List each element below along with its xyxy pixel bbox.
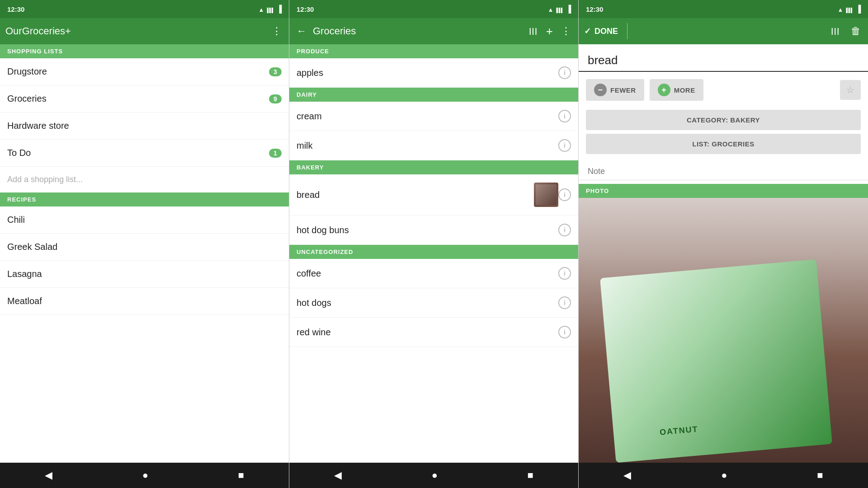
delete-icon[interactable]: 🗑 [849, 23, 863, 39]
time-1: 12:30 [7, 5, 24, 13]
minus-icon: − [594, 84, 607, 96]
grocery-item[interactable]: milk i [289, 131, 578, 160]
grocery-item-left: cream [297, 111, 558, 122]
recipe-item[interactable]: Chili [0, 206, 289, 234]
grocery-item[interactable]: red wine i [289, 318, 578, 347]
time-2: 12:30 [297, 5, 314, 13]
item-name-input[interactable] [579, 44, 868, 72]
grocery-item-name: coffee [297, 268, 321, 279]
grocery-item[interactable]: hot dog buns i [289, 216, 578, 245]
list-item-name: Hardware store [7, 121, 69, 131]
wifi-icon [259, 5, 264, 13]
grocery-item-left: milk [297, 141, 558, 151]
back-nav-icon-2[interactable]: ◀ [334, 469, 342, 481]
recipe-item[interactable]: Meatloaf [0, 288, 289, 315]
recent-nav-icon-2[interactable]: ■ [527, 469, 533, 481]
info-icon[interactable]: i [558, 326, 571, 338]
grocery-item[interactable]: bread i [289, 174, 578, 216]
grocery-item-name: bread [297, 190, 320, 200]
back-icon-2[interactable]: ← [295, 23, 308, 39]
grocery-section-header: DAIRY [289, 88, 578, 102]
groceries-title: Groceries [313, 25, 523, 37]
grocery-item[interactable]: apples i [289, 58, 578, 88]
panel-item-detail: 12:30 ✓ DONE ||| 🗑 − FEWER + MORE ☆ CATE… [579, 0, 868, 488]
grocery-item-left: bread [297, 190, 534, 200]
grocery-sections: PRODUCE apples i DAIRY cream i milk i BA… [289, 44, 578, 347]
recipe-item-name: Meatloaf [7, 296, 42, 306]
grocery-item-name: cream [297, 111, 322, 122]
menu-icon-1[interactable]: ⋮ [270, 23, 283, 39]
toolbar-2: ← Groceries ||| + ⋮ [289, 18, 578, 44]
info-icon[interactable]: i [558, 296, 571, 309]
photo-area [579, 198, 868, 463]
item-thumbnail [534, 183, 558, 207]
grocery-item-left: coffee [297, 268, 558, 279]
done-label: DONE [594, 27, 618, 36]
add-icon-2[interactable]: + [544, 23, 555, 40]
list-item[interactable]: Drugstore 3 [0, 58, 289, 85]
info-icon[interactable]: i [558, 224, 571, 236]
grocery-item-name: hot dogs [297, 298, 331, 308]
grocery-item-name: red wine [297, 327, 331, 338]
signal-icon-3 [846, 5, 853, 13]
battery-icon-2 [566, 5, 571, 13]
list-item-name: To Do [7, 148, 31, 158]
home-nav-icon-2[interactable]: ● [432, 469, 438, 481]
battery-icon [277, 5, 282, 13]
signal-icon [267, 5, 274, 13]
favorite-button[interactable]: ☆ [840, 80, 861, 100]
plus-icon: + [658, 84, 670, 96]
signal-icon-2 [556, 5, 563, 13]
list-item[interactable]: Groceries 9 [0, 85, 289, 113]
fewer-button[interactable]: − FEWER [586, 79, 644, 101]
info-icon[interactable]: i [558, 110, 571, 122]
add-list-placeholder[interactable]: Add a shopping list... [0, 167, 289, 192]
home-nav-icon-1[interactable]: ● [142, 469, 148, 481]
list-item[interactable]: To Do 1 [0, 140, 289, 167]
status-icons-2 [548, 5, 571, 13]
back-nav-icon-1[interactable]: ◀ [45, 469, 52, 481]
quantity-row: − FEWER + MORE ☆ [579, 72, 868, 108]
note-input[interactable] [579, 160, 868, 180]
recipe-item-name: Lasagna [7, 269, 42, 279]
menu-icon-2[interactable]: ⋮ [559, 23, 573, 39]
grocery-section-header: BAKERY [289, 160, 578, 174]
list-item[interactable]: Hardware store [0, 113, 289, 140]
category-button[interactable]: CATEGORY: BAKERY [586, 110, 861, 130]
recipe-item[interactable]: Greek Salad [0, 234, 289, 261]
nav-bar-3: ◀ ● ■ [579, 463, 868, 488]
recipe-item-name: Chili [7, 215, 25, 225]
list-item-badge: 1 [269, 149, 282, 158]
recipes-header: RECIPES [0, 192, 289, 206]
recipe-item-name: Greek Salad [7, 242, 57, 252]
shopping-lists-header: SHOPPING LISTS [0, 44, 289, 58]
info-icon[interactable]: i [558, 66, 571, 79]
shopping-list-items: Drugstore 3 Groceries 9 Hardware store T… [0, 58, 289, 167]
grocery-item-name: hot dog buns [297, 225, 349, 235]
lists-content: SHOPPING LISTS Drugstore 3 Groceries 9 H… [0, 44, 289, 463]
barcode-icon-3[interactable]: ||| [830, 25, 842, 37]
grocery-item-left: apples [297, 68, 558, 78]
barcode-icon-2[interactable]: ||| [527, 25, 539, 37]
recent-nav-icon-3[interactable]: ■ [817, 469, 823, 481]
info-icon[interactable]: i [558, 267, 571, 280]
list-item-badge: 3 [269, 67, 282, 76]
recent-nav-icon-1[interactable]: ■ [238, 469, 244, 481]
grocery-item-left: red wine [297, 327, 558, 338]
list-button[interactable]: LIST: GROCERIES [586, 134, 861, 154]
back-nav-icon-3[interactable]: ◀ [623, 469, 631, 481]
grocery-item-name: apples [297, 68, 323, 78]
grocery-section-header: PRODUCE [289, 44, 578, 58]
list-item-badge: 9 [269, 94, 282, 103]
groceries-content: PRODUCE apples i DAIRY cream i milk i BA… [289, 44, 578, 463]
recipe-item[interactable]: Lasagna [0, 261, 289, 288]
info-icon[interactable]: i [558, 139, 571, 152]
grocery-item[interactable]: hot dogs i [289, 288, 578, 318]
info-icon[interactable]: i [558, 188, 571, 201]
more-button[interactable]: + MORE [650, 79, 703, 101]
grocery-item[interactable]: coffee i [289, 259, 578, 288]
home-nav-icon-3[interactable]: ● [721, 469, 727, 481]
done-button[interactable]: ✓ DONE [584, 26, 627, 36]
toolbar-divider [627, 23, 627, 39]
grocery-item[interactable]: cream i [289, 102, 578, 131]
